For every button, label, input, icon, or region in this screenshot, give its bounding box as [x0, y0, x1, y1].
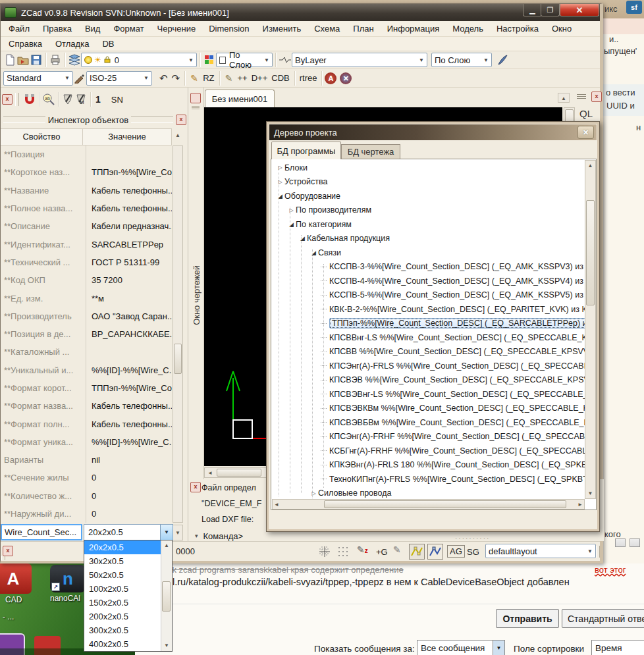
dock-close-icon[interactable]: x — [3, 546, 13, 556]
menu-черчение[interactable]: Черчение — [151, 22, 203, 36]
property-row[interactable]: **ПроизводительОАО "Завод Саран... — [1, 307, 172, 325]
dropdown-option[interactable]: 30x2x0.5 — [84, 554, 161, 568]
tree-node-label[interactable]: КПСВЭВБВм %%[Wire_Count_Section_DESC] (_… — [329, 418, 585, 427]
collapse-icon[interactable]: ◢ — [298, 235, 307, 242]
property-value[interactable]: 0 — [86, 505, 172, 523]
tree-node[interactable]: КПСВЭВКВм %%[Wire_Count_Section_DESC] (_… — [272, 402, 585, 416]
tree-node-selected[interactable]: ТППэп-%%[Wire_Count_Section_DESC] (_EQ_S… — [272, 317, 585, 331]
menu-план[interactable]: План — [346, 22, 380, 36]
tree-node-label[interactable]: КССПВ-4-%%[Wire_Count_Section_DESC] (_EQ… — [329, 276, 585, 286]
cdb-button[interactable]: CDB — [269, 73, 291, 83]
expand-icon[interactable]: ▷ — [309, 490, 318, 496]
scroll-up-icon[interactable]: ▲ — [585, 161, 595, 170]
osnap-toggle-off[interactable] — [427, 544, 443, 560]
layers-icon[interactable] — [68, 53, 81, 66]
property-value[interactable]: Кабель телефонны... — [86, 415, 172, 432]
tree-node[interactable]: КПСЭнг(А)-FRLS %%[Wire_Count_Section_DES… — [272, 359, 585, 373]
tree-node[interactable]: КПСВЭВБВм %%[Wire_Count_Section_DESC] (_… — [272, 415, 585, 430]
tree-node[interactable]: КПСВВнг-LS %%[Wire_Count_Section_DESC] (… — [272, 330, 585, 345]
tree-node[interactable]: ▷Блоки — [272, 161, 585, 175]
property-row[interactable]: **Каталожный ... — [1, 343, 172, 361]
minimize-button[interactable]: ▁ — [523, 4, 542, 16]
property-value[interactable]: Кабели предназнач... — [86, 217, 172, 235]
property-row[interactable]: **Формат корот...ТППэп-%%[Wire_Co... — [1, 379, 172, 397]
tree-node-label[interactable]: Связи — [318, 248, 341, 257]
scroll-left-icon[interactable]: ◄ — [274, 500, 279, 510]
scroll-right-icon[interactable]: ► — [577, 500, 583, 510]
tree-node[interactable]: КВК-В-2-%%[Wire_Count_Section_DESC] (_EQ… — [272, 302, 585, 317]
sg-toggle[interactable]: SG — [467, 547, 479, 557]
scroll-left-icon[interactable]: ◄ — [206, 468, 214, 479]
dropdown-scrollbar[interactable]: ▲ ▼ — [161, 540, 172, 651]
property-row[interactable]: **Формат уника...%%[ID]-%%[Wire_C... — [1, 433, 172, 451]
dplus-button[interactable]: D++ — [250, 73, 270, 83]
scrollbar-thumb[interactable] — [217, 469, 261, 477]
expand-icon[interactable]: ▷ — [287, 207, 296, 213]
property-value[interactable]: nil — [86, 451, 172, 469]
property-value[interactable]: Кабель телефонны... — [86, 397, 172, 415]
color-palette-icon[interactable] — [203, 53, 216, 66]
property-row[interactable]: **Сечение жилы0 — [1, 469, 172, 486]
find-text-icon[interactable]: ab — [42, 93, 55, 106]
property-value[interactable]: ТППэп-%%[Wire_Co... — [86, 379, 172, 397]
wire-count-dropdown-list[interactable]: 20x2x0.530x2x0.550x2x0.5100x2x0.5150x2x0… — [84, 540, 173, 652]
undo-icon[interactable]: ↶ — [157, 72, 170, 84]
tree-node-label[interactable]: КПСВВ %%[Wire_Count_Section_DESC] (_EQ_S… — [329, 347, 585, 356]
prompt-expand-icon[interactable]: ▾ — [195, 533, 198, 539]
property-row[interactable]: **Идентификат...SARCABLETPPep — [1, 235, 172, 253]
send-button[interactable]: Отправить — [496, 609, 559, 628]
property-value[interactable] — [86, 343, 172, 361]
tree-node-label[interactable]: КПСВЭВКВм %%[Wire_Count_Section_DESC] (_… — [329, 404, 585, 413]
tree-node-label[interactable]: КПСЭнг(А)-FRLS %%[Wire_Count_Section_DES… — [329, 361, 585, 371]
dialog-title-bar[interactable]: Дерево проекта ✕ — [269, 124, 597, 140]
feather-pen-icon[interactable] — [496, 53, 509, 66]
tree-node[interactable]: ◢Оборудование — [272, 189, 585, 203]
menu-настройка[interactable]: Настройка — [490, 22, 545, 36]
pencil-icon[interactable]: ✎ — [393, 544, 401, 555]
tree-node-label[interactable]: КПСЭнг(А)-FRHF %%[Wire_Count_Section_DES… — [329, 432, 585, 441]
property-row[interactable]: **Формат полн...Кабель телефонны... — [1, 415, 172, 432]
layout-select[interactable]: defaultlayout ▼ — [485, 544, 596, 558]
tab-drawing[interactable]: Без имени001 — [205, 90, 275, 107]
tree-hscrollbar[interactable]: ◄ ► — [272, 499, 585, 510]
brush-icon[interactable] — [73, 72, 86, 85]
tree-node[interactable]: ТехноКИПнг(А)-FRLS %%[Wire_Count_Section… — [272, 472, 585, 486]
tree-node[interactable]: КССПВ-3-%%[Wire_Count_Section_DESC] (_EQ… — [272, 260, 585, 275]
property-row[interactable]: **Уникальный и...%%[ID]-%%[Wire_C... — [1, 361, 172, 379]
menu-модель[interactable]: Модель — [446, 22, 490, 36]
open-file-icon[interactable] — [16, 53, 30, 66]
collapse-icon[interactable]: ◢ — [276, 193, 284, 199]
tree-node-label[interactable]: По производителям — [296, 205, 371, 215]
tree-node-label[interactable]: КССПВ-5-%%[Wire_Count_Section_DESC] (_EQ… — [329, 290, 585, 300]
ortho-pen-icon[interactable]: ✎z — [357, 544, 368, 555]
tree-node-label[interactable]: КПСВЭВ %%[Wire_Count_Section_DESC] (_EQ_… — [329, 375, 585, 384]
tree-node[interactable]: ◢Кабельная продукция — [272, 232, 585, 246]
menu-отладка[interactable]: Отладка — [49, 37, 95, 51]
scrollbar-thumb[interactable] — [174, 344, 182, 374]
inspector-close-icon[interactable]: x — [176, 115, 186, 125]
tab-scroll-up-icon[interactable]: ▲ — [558, 93, 570, 103]
property-row[interactable]: **Формат назва...Кабель телефонны... — [1, 397, 172, 415]
menu-вид[interactable]: Вид — [78, 22, 107, 36]
pen-rz-icon[interactable]: ✎ — [188, 72, 201, 85]
plusplus-button[interactable]: ++ — [236, 73, 250, 83]
scroll-up-icon[interactable]: ▲ — [174, 132, 182, 138]
osnap-toggle-on[interactable] — [409, 544, 425, 560]
expand-icon[interactable]: ▷ — [276, 179, 284, 185]
property-value[interactable]: SARCABLETPPep — [86, 235, 172, 253]
ag-toggle[interactable]: AG — [447, 545, 465, 558]
new-file-icon[interactable] — [3, 53, 16, 66]
dropdown-option[interactable]: 20x2x0.5 — [84, 540, 161, 554]
close-button[interactable]: ✕ — [560, 4, 599, 16]
command-prompt[interactable]: Команда> — [203, 531, 244, 541]
grid-display-icon[interactable] — [337, 546, 349, 560]
property-value[interactable]: 35 7200 — [86, 271, 172, 289]
pen-icon[interactable]: ✎ — [223, 72, 236, 85]
tree-node-label[interactable]: КПСВЭВнг-LS %%[Wire_Count_Section_DESC] … — [329, 390, 585, 399]
tree-node[interactable]: КПСВЭВнг-LS %%[Wire_Count_Section_DESC] … — [272, 387, 585, 402]
dropdown-option[interactable]: 50x2x0.5 — [84, 568, 161, 582]
red-x-icon[interactable]: ✕ — [340, 72, 352, 84]
count-button[interactable]: 1 — [94, 94, 103, 105]
nanocad-icon-label[interactable]: nanoCAl — [50, 594, 80, 603]
tree-node-label[interactable]: По категориям — [296, 220, 352, 229]
